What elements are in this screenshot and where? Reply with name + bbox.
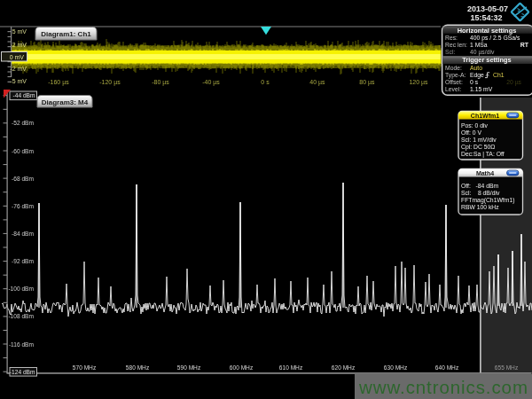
svg-text:Diagram3: M4: Diagram3: M4 (42, 98, 89, 106)
svg-text:Cpl: DC 50Ω: Cpl: DC 50Ω (461, 144, 495, 151)
svg-text:Dec:Sa | TA: Off: Dec:Sa | TA: Off (461, 151, 505, 158)
svg-text:-120 µs: -120 µs (99, 79, 121, 86)
svg-text:15:54:32: 15:54:32 (470, 13, 502, 22)
svg-text:-92 dBm: -92 dBm (12, 258, 34, 264)
svg-text:www.cntronics.com: www.cntronics.com (358, 377, 528, 397)
svg-text:-100 dBm: -100 dBm (8, 286, 34, 292)
svg-text:-80 µs: -80 µs (152, 79, 169, 86)
svg-text:Math4: Math4 (476, 170, 494, 176)
svg-text:1 MSa: 1 MSa (470, 42, 488, 48)
svg-text:-40 µs: -40 µs (202, 79, 220, 86)
svg-text:580 MHz: 580 MHz (126, 364, 149, 371)
svg-text:RBW 100 kHz: RBW 100 kHz (461, 204, 499, 210)
svg-text:Ch1: Ch1 (493, 72, 505, 78)
svg-text:Mode:: Mode: (445, 65, 462, 71)
svg-text:-68 dBm: -68 dBm (12, 176, 34, 182)
svg-text:Type-A:: Type-A: (445, 72, 466, 79)
svg-text:640 MHz: 640 MHz (435, 364, 458, 371)
svg-text:Pos: 0 div: Pos: 0 div (461, 122, 488, 129)
svg-text:-124 dBm: -124 dBm (10, 369, 35, 375)
svg-text:Off: -84 dBm: Off: -84 dBm (461, 183, 499, 189)
svg-text:-2 mV: -2 mV (10, 66, 27, 72)
svg-text:630 MHz: 630 MHz (384, 364, 407, 371)
svg-text:600 MHz: 600 MHz (230, 364, 253, 371)
svg-text:-84 dBm: -84 dBm (12, 231, 34, 237)
svg-text:80 µs: 80 µs (359, 79, 375, 86)
svg-text:Scl: 1 mV/div: Scl: 1 mV/div (461, 137, 497, 143)
svg-text:Scl: 8 dB/div: Scl: 8 dB/div (461, 190, 500, 196)
svg-text:Diagram1: Ch1: Diagram1: Ch1 (41, 30, 91, 38)
svg-text:Horizontal settings: Horizontal settings (458, 27, 517, 35)
svg-text:0 mV: 0 mV (10, 54, 25, 60)
svg-text:Res:: Res: (445, 35, 458, 41)
svg-text:Offset:: Offset: (445, 79, 463, 85)
svg-text:120 µs: 120 µs (409, 79, 428, 86)
svg-text:-5 mV: -5 mV (10, 78, 27, 84)
svg-text:655 MHz: 655 MHz (495, 364, 518, 371)
svg-text:620 MHz: 620 MHz (332, 364, 355, 371)
svg-text:0 s: 0 s (470, 79, 479, 85)
svg-text:Scl:: Scl: (445, 49, 455, 55)
svg-text:5 mV: 5 mV (12, 28, 27, 35)
svg-text:2 mV: 2 mV (12, 42, 27, 48)
svg-text:-160 µs: -160 µs (48, 79, 69, 86)
svg-text:400 ps / 2.5 GSa/s: 400 ps / 2.5 GSa/s (470, 35, 520, 42)
svg-text:Trigger settings: Trigger settings (462, 56, 511, 64)
svg-text:590 MHz: 590 MHz (177, 364, 200, 371)
svg-text:-52 dBm: -52 dBm (12, 120, 34, 126)
svg-text:RT: RT (520, 42, 529, 48)
svg-text:Level:: Level: (445, 86, 461, 92)
svg-text:-108 dBm: -108 dBm (8, 313, 34, 319)
svg-text:-60 dBm: -60 dBm (12, 148, 34, 154)
svg-text:570 MHz: 570 MHz (73, 364, 96, 371)
svg-text:0 s: 0 s (261, 79, 270, 85)
svg-text:Rec len:: Rec len: (445, 42, 467, 48)
svg-text:-76 dBm: -76 dBm (12, 203, 34, 209)
svg-text:1.15 mV: 1.15 mV (470, 86, 493, 92)
svg-text:Edge: Edge (470, 72, 484, 79)
svg-text:40 µs/div: 40 µs/div (470, 49, 495, 56)
svg-text:FFTmag(Ch1Wfm1): FFTmag(Ch1Wfm1) (461, 197, 514, 204)
svg-text:Off: 0 V: Off: 0 V (461, 129, 481, 136)
svg-text:610 MHz: 610 MHz (279, 364, 302, 371)
svg-text:40 µs: 40 µs (309, 79, 325, 86)
svg-text:Auto: Auto (470, 65, 482, 71)
svg-text:Ch1Wfm1: Ch1Wfm1 (471, 113, 499, 119)
svg-text:-116 dBm: -116 dBm (9, 341, 35, 348)
svg-text:20 µs: 20 µs (506, 79, 521, 86)
svg-text:-44 dBm: -44 dBm (13, 92, 35, 98)
